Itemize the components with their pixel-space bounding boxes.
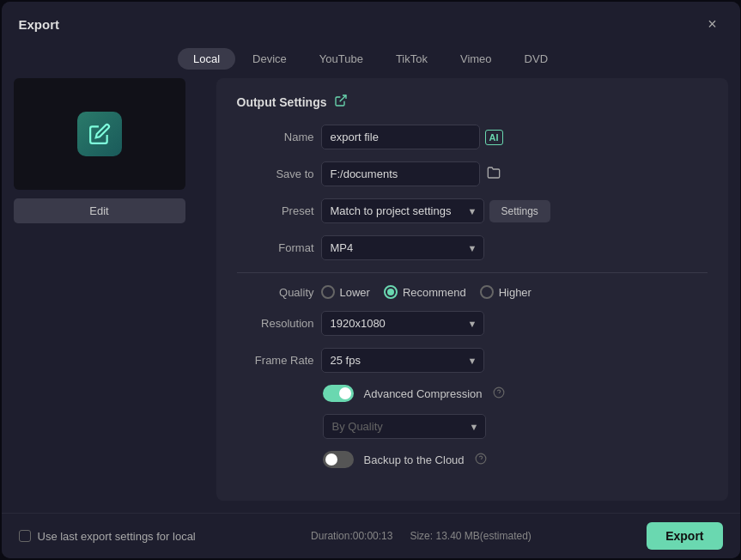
resolution-select-wrapper: 1920x1080 ▼: [321, 311, 484, 336]
section-title-text: Output Settings: [237, 95, 327, 109]
modal-footer: Use last export settings for local Durat…: [2, 513, 740, 558]
format-select[interactable]: MP4: [321, 235, 484, 260]
quality-lower-option[interactable]: Lower: [321, 285, 370, 299]
tab-vimeo[interactable]: Vimeo: [445, 48, 507, 70]
save-to-label: Save to: [237, 167, 314, 180]
settings-panel: Output Settings Name AI: [216, 78, 728, 501]
duration-text: Duration:00:00:13: [311, 530, 392, 542]
modal-body: Edit Output Settings Name: [2, 78, 740, 513]
quality-row: Quality Lower Recommend Higher: [237, 285, 708, 299]
footer-left: Use last export settings for local: [19, 530, 196, 543]
quality-recommend-option[interactable]: Recommend: [384, 285, 466, 299]
backup-cloud-slider: [323, 451, 354, 468]
preview-icon: [77, 112, 122, 156]
resolution-row: Resolution 1920x1080 ▼: [237, 311, 708, 336]
backup-cloud-help-icon[interactable]: [475, 453, 487, 467]
frame-rate-select-wrapper: 25 fps ▼: [321, 348, 484, 373]
use-last-settings-text: Use last export settings for local: [38, 530, 196, 543]
save-to-input[interactable]: [321, 161, 480, 186]
size-text: Size: 13.40 MB(estimated): [410, 530, 531, 542]
preset-select-wrapper: Match to project settings ▼: [321, 198, 484, 223]
advanced-compression-help-icon[interactable]: [493, 387, 505, 401]
backup-cloud-toggle[interactable]: [323, 451, 354, 468]
quality-label: Quality: [237, 286, 314, 299]
tabs-bar: Local Device YouTube TikTok Vimeo DVD: [2, 43, 740, 78]
quality-higher-label: Higher: [499, 286, 531, 299]
edit-button[interactable]: Edit: [14, 198, 185, 223]
quality-options: Lower Recommend Higher: [321, 285, 531, 299]
modal-header: Export ×: [2, 2, 740, 43]
backup-cloud-label: Backup to the Cloud: [364, 453, 465, 466]
format-select-wrapper: MP4 ▼: [321, 235, 484, 260]
export-modal: Export × Local Device YouTube TikTok Vim…: [2, 2, 740, 558]
output-settings-icon: [334, 94, 348, 111]
divider: [237, 272, 708, 273]
close-button[interactable]: ×: [702, 14, 723, 34]
format-label: Format: [237, 241, 314, 254]
by-quality-select[interactable]: By Quality: [323, 414, 486, 439]
by-quality-select-wrapper: By Quality ▼: [323, 414, 486, 439]
save-to-row: Save to: [237, 161, 708, 186]
advanced-compression-label: Advanced Compression: [364, 387, 483, 400]
preset-select-group: Match to project settings ▼ Settings: [321, 198, 550, 223]
settings-button[interactable]: Settings: [489, 200, 550, 222]
save-to-input-group: [321, 161, 502, 186]
quality-lower-radio[interactable]: [321, 285, 335, 299]
resolution-select[interactable]: 1920x1080: [321, 311, 484, 336]
footer-info: Duration:00:00:13 Size: 13.40 MB(estimat…: [311, 530, 531, 542]
preview-panel: Edit: [14, 78, 203, 501]
quality-recommend-radio[interactable]: [384, 285, 398, 299]
name-label: Name: [237, 131, 314, 143]
export-button[interactable]: Export: [647, 522, 722, 550]
name-input-group: AI: [321, 125, 503, 149]
name-input[interactable]: [321, 125, 480, 149]
preset-select[interactable]: Match to project settings: [321, 198, 484, 223]
tab-device[interactable]: Device: [237, 48, 302, 70]
by-quality-row: By Quality ▼: [237, 414, 708, 439]
backup-cloud-row: Backup to the Cloud: [237, 451, 708, 468]
use-last-settings-label[interactable]: Use last export settings for local: [19, 530, 196, 543]
tab-tiktok[interactable]: TikTok: [380, 48, 443, 70]
folder-icon-button[interactable]: [485, 164, 502, 185]
advanced-compression-row: Advanced Compression: [237, 385, 708, 402]
tab-dvd[interactable]: DVD: [509, 48, 563, 70]
format-row: Format MP4 ▼: [237, 235, 708, 260]
name-row: Name AI: [237, 125, 708, 149]
frame-rate-label: Frame Rate: [237, 354, 314, 367]
frame-rate-select[interactable]: 25 fps: [321, 348, 484, 373]
modal-title: Export: [19, 17, 60, 32]
advanced-compression-slider: [323, 385, 354, 402]
tab-youtube[interactable]: YouTube: [304, 48, 379, 70]
ai-icon-button[interactable]: AI: [485, 130, 503, 145]
svg-line-0: [339, 95, 345, 101]
quality-higher-radio[interactable]: [480, 285, 494, 299]
quality-recommend-label: Recommend: [403, 286, 466, 299]
frame-rate-row: Frame Rate 25 fps ▼: [237, 348, 708, 373]
preview-box: [14, 78, 185, 190]
quality-lower-label: Lower: [340, 286, 370, 299]
preset-label: Preset: [237, 204, 314, 217]
use-last-settings-checkbox[interactable]: [19, 530, 31, 542]
resolution-label: Resolution: [237, 317, 314, 330]
tab-local[interactable]: Local: [178, 48, 235, 70]
quality-higher-option[interactable]: Higher: [480, 285, 531, 299]
advanced-compression-toggle[interactable]: [323, 385, 354, 402]
preset-row: Preset Match to project settings ▼ Setti…: [237, 198, 708, 223]
section-title: Output Settings: [237, 94, 708, 111]
modal-overlay: Export × Local Device YouTube TikTok Vim…: [0, 0, 741, 560]
